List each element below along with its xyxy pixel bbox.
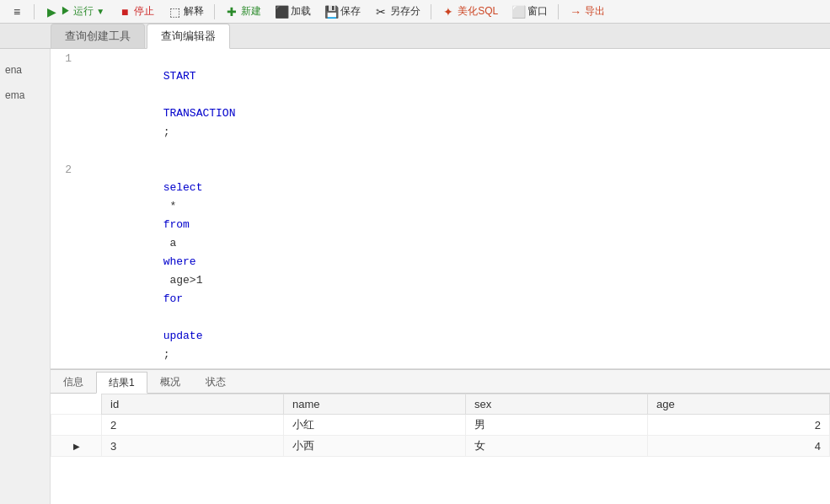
save-label: 保存 (340, 4, 361, 19)
format-label: 美化SQL (458, 4, 498, 19)
saveas-label: 另存分 (390, 4, 420, 19)
run-dropdown-icon: ▼ (96, 7, 104, 16)
load-button[interactable]: ⬛ 加载 (270, 3, 316, 20)
sql-text-star: * (163, 200, 177, 212)
explain-label: 解释 (184, 4, 204, 19)
separator-4 (558, 4, 559, 19)
separator-2 (214, 4, 215, 19)
result-tab-status[interactable]: 状态 (193, 371, 238, 393)
window-icon: ⬜ (511, 5, 525, 19)
load-icon: ⬛ (275, 5, 288, 19)
code-lines: 1 START TRANSACTION ; 2 select * from (51, 49, 830, 369)
line-content-2: select * from a where age>1 for update ; (80, 160, 830, 369)
save-button[interactable]: 💾 保存 (319, 3, 366, 20)
new-button[interactable]: ✚ 新建 (220, 3, 266, 20)
cell-name-1: 小红 (284, 415, 466, 436)
keyword-from: from (163, 218, 190, 231)
cell-age-2: 4 (648, 436, 830, 457)
result-tab-result1[interactable]: 结果1 (96, 372, 147, 394)
line-content-1: START TRANSACTION ; (80, 49, 830, 160)
sql-text-semicolon2: ; (163, 348, 170, 361)
saveas-button[interactable]: ✂ 另存分 (369, 3, 426, 20)
code-line-1: 1 START TRANSACTION ; (51, 49, 830, 160)
code-line-2: 2 select * from a where age>1 for update… (51, 160, 830, 369)
col-header-age: age (648, 394, 830, 415)
keyword-start: START (163, 70, 196, 83)
sidebar-item-ena[interactable]: ena (0, 57, 50, 83)
new-icon: ✚ (225, 5, 238, 19)
result-tab-info[interactable]: 信息 (51, 371, 96, 393)
toolbar: ≡ ▶ ▶ 运行 ▼ ■ 停止 ⬚ 解释 ✚ 新建 ⬛ 加载 💾 保存 ✂ 另存… (0, 0, 830, 24)
results-panel: 信息 结果1 概况 状态 (51, 369, 830, 504)
format-icon: ✦ (442, 5, 455, 19)
col-header-id: id (102, 394, 284, 415)
export-label: 导出 (585, 4, 605, 19)
row-indicator-1 (51, 415, 102, 436)
run-icon: ▶ (45, 5, 58, 19)
stop-icon: ■ (118, 5, 131, 19)
saveas-icon: ✂ (374, 5, 388, 19)
cell-sex-2: 女 (466, 436, 648, 457)
cell-sex-1: 男 (466, 415, 648, 436)
table-row[interactable]: 2 小红 男 2 (51, 415, 830, 436)
sidebar-item-ema[interactable]: ema (0, 83, 50, 108)
cell-name-2: 小西 (284, 436, 466, 457)
editor-pane: 1 START TRANSACTION ; 2 select * from (51, 49, 830, 504)
results-content: id name sex age (51, 394, 830, 504)
explain-button[interactable]: ⬚ 解释 (163, 3, 209, 20)
sql-text-table: a (163, 237, 183, 249)
keyword-update: update (163, 330, 203, 342)
results-table-header: id name sex age (51, 394, 830, 415)
new-label: 新建 (241, 4, 261, 19)
sql-text-condition: age>1 (163, 274, 210, 287)
stop-button[interactable]: ■ 停止 (113, 3, 159, 20)
header-row: id name sex age (51, 394, 830, 415)
results-table-body: 2 小红 男 2 (51, 415, 830, 457)
menu-icon: ≡ (10, 5, 24, 19)
cell-age-1: 2 (648, 415, 830, 436)
results-tabs: 信息 结果1 概况 状态 (51, 370, 830, 394)
col-header-name: name (284, 394, 466, 415)
line-number-1: 1 (51, 49, 80, 68)
menu-button[interactable]: ≡ (5, 3, 29, 20)
stop-label: 停止 (134, 4, 154, 19)
export-icon: → (569, 5, 582, 19)
main-content: ena ema 1 START TRANSACTION ; (0, 49, 830, 504)
cell-id-2: 3 (102, 436, 284, 457)
indicator-header (51, 394, 102, 415)
tab-query-editor[interactable]: 查询编辑器 (147, 24, 230, 49)
sidebar: ena ema (0, 49, 51, 504)
table-row[interactable]: ▶ 3 小西 女 4 (51, 436, 830, 457)
run-label: ▶ 运行 (61, 4, 94, 19)
cell-id-1: 2 (102, 415, 284, 436)
col-header-sex: sex (466, 394, 648, 415)
tab-query-builder[interactable]: 查询创建工具 (51, 24, 145, 48)
sql-text-space (163, 311, 170, 324)
separator-3 (431, 4, 431, 19)
save-icon: 💾 (324, 5, 338, 19)
result-tab-overview[interactable]: 概况 (147, 371, 193, 393)
results-table: id name sex age (51, 394, 830, 457)
sql-text-1 (163, 88, 170, 101)
sql-text-semicolon1: ; (163, 126, 170, 138)
export-button[interactable]: → 导出 (564, 3, 610, 20)
keyword-for: for (163, 292, 183, 305)
line-number-2: 2 (51, 160, 80, 180)
keyword-select: select (163, 181, 203, 194)
query-tabs-bar: 查询创建工具 查询编辑器 (0, 24, 830, 49)
window-button[interactable]: ⬜ 窗口 (506, 3, 553, 20)
row-indicator-2: ▶ (51, 436, 102, 457)
load-label: 加载 (291, 4, 311, 19)
keyword-where: where (163, 255, 196, 268)
format-button[interactable]: ✦ 美化SQL (436, 3, 503, 20)
keyword-transaction: TRANSACTION (163, 107, 236, 120)
run-button[interactable]: ▶ ▶ 运行 ▼ (40, 3, 110, 20)
code-editor[interactable]: 1 START TRANSACTION ; 2 select * from (51, 49, 830, 369)
explain-icon: ⬚ (168, 5, 181, 19)
separator-1 (34, 4, 35, 19)
window-label: 窗口 (527, 4, 548, 19)
